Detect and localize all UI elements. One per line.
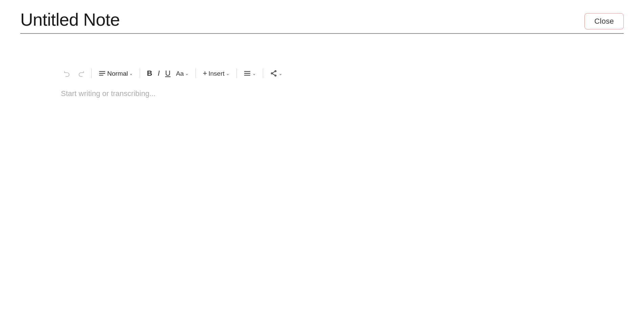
insert-label: Insert (208, 70, 225, 77)
undo-redo-group (61, 68, 87, 79)
toolbar: Normal ⌄ B I U Aa ⌄ + Insert ⌄ (61, 68, 624, 79)
share-button[interactable]: ⌄ (267, 68, 285, 79)
bold-label: B (147, 70, 152, 77)
note-title-input[interactable] (20, 9, 392, 33)
italic-button[interactable]: I (155, 68, 162, 79)
font-size-label: Aa (176, 70, 184, 77)
share-icon (270, 70, 277, 77)
undo-button[interactable] (61, 68, 74, 79)
insert-plus-icon: + (203, 70, 207, 77)
header-section: Close (20, 0, 624, 34)
underline-button[interactable]: U (162, 68, 173, 79)
insert-button[interactable]: + Insert ⌄ (200, 68, 232, 79)
undo-icon (64, 70, 71, 77)
paragraph-style-button[interactable]: Normal ⌄ (96, 68, 136, 79)
divider-2 (140, 69, 140, 78)
list-format-icon (244, 70, 251, 77)
editor-placeholder: Start writing or transcribing... (61, 89, 624, 98)
bold-button[interactable]: B (144, 68, 155, 79)
redo-icon (77, 70, 85, 77)
page-container: Close (0, 0, 644, 311)
divider-3 (196, 69, 196, 78)
svg-line-10 (272, 72, 275, 73)
divider-5 (263, 69, 263, 78)
italic-label: I (158, 70, 160, 77)
list-format-chevron: ⌄ (252, 71, 256, 76)
close-button[interactable]: Close (584, 13, 624, 29)
underline-label: U (165, 70, 170, 77)
font-size-chevron: ⌄ (185, 71, 189, 76)
paragraph-style-label: Normal (107, 70, 128, 77)
redo-button[interactable] (74, 68, 87, 79)
align-icon (98, 70, 106, 77)
font-size-button[interactable]: Aa ⌄ (173, 68, 191, 79)
share-chevron: ⌄ (279, 71, 282, 76)
list-format-button[interactable]: ⌄ (241, 68, 259, 79)
svg-line-11 (272, 74, 275, 75)
editor-area[interactable]: Start writing or transcribing... (61, 89, 624, 224)
insert-chevron: ⌄ (226, 71, 230, 76)
divider-4 (236, 69, 237, 78)
paragraph-style-chevron: ⌄ (129, 71, 133, 76)
divider-1 (91, 69, 92, 78)
